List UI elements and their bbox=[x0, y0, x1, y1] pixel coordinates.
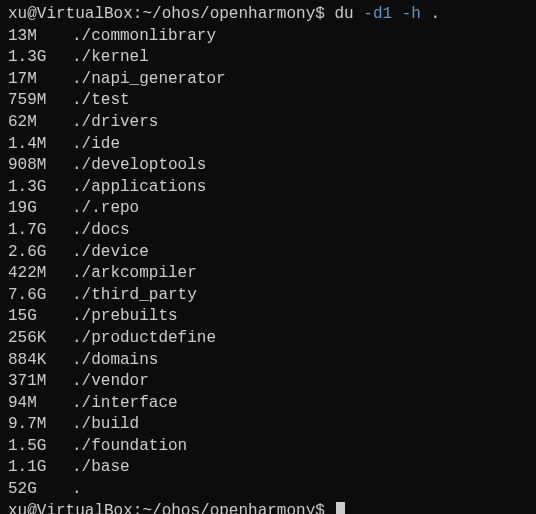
path-value: ./base bbox=[72, 458, 130, 476]
path-value: ./ide bbox=[72, 135, 120, 153]
output-line: 422M./arkcompiler bbox=[8, 263, 528, 285]
output-line: 62M./drivers bbox=[8, 112, 528, 134]
output-line: 9.7M./build bbox=[8, 414, 528, 436]
output-line: 7.6G./third_party bbox=[8, 285, 528, 307]
size-value: 7.6G bbox=[8, 285, 72, 307]
prompt-symbol: $ bbox=[315, 5, 325, 23]
size-value: 2.6G bbox=[8, 242, 72, 264]
path-value: ./vendor bbox=[72, 372, 149, 390]
output-line: 759M./test bbox=[8, 90, 528, 112]
output-line: 1.1G./base bbox=[8, 457, 528, 479]
size-value: 1.5G bbox=[8, 436, 72, 458]
size-value: 759M bbox=[8, 90, 72, 112]
path-value: ./developtools bbox=[72, 156, 206, 174]
size-value: 15G bbox=[8, 306, 72, 328]
path-value: . bbox=[72, 480, 82, 498]
command-prompt-line: xu@VirtualBox:~/ohos/openharmony$ du -d1… bbox=[8, 4, 528, 26]
path-value: ./docs bbox=[72, 221, 130, 239]
output-line: 15G./prebuilts bbox=[8, 306, 528, 328]
path-value: ./device bbox=[72, 243, 149, 261]
prompt-separator: : bbox=[133, 502, 143, 514]
size-value: 13M bbox=[8, 26, 72, 48]
size-value: 52G bbox=[8, 479, 72, 501]
path-value: ./commonlibrary bbox=[72, 27, 216, 45]
prompt-path: ~/ohos/openharmony bbox=[142, 5, 315, 23]
size-value: 1.4M bbox=[8, 134, 72, 156]
path-value: ./domains bbox=[72, 351, 158, 369]
size-value: 9.7M bbox=[8, 414, 72, 436]
size-value: 256K bbox=[8, 328, 72, 350]
output-line: 1.7G./docs bbox=[8, 220, 528, 242]
size-value: 19G bbox=[8, 198, 72, 220]
output-line: 1.4M./ide bbox=[8, 134, 528, 156]
size-value: 1.1G bbox=[8, 457, 72, 479]
path-value: ./.repo bbox=[72, 199, 139, 217]
output-line: 256K./productdefine bbox=[8, 328, 528, 350]
output-line: 371M./vendor bbox=[8, 371, 528, 393]
output-line: 17M./napi_generator bbox=[8, 69, 528, 91]
output-line: 908M./developtools bbox=[8, 155, 528, 177]
path-value: ./arkcompiler bbox=[72, 264, 197, 282]
output-line: 19G./.repo bbox=[8, 198, 528, 220]
prompt-user-host: xu@VirtualBox bbox=[8, 502, 133, 514]
size-value: 62M bbox=[8, 112, 72, 134]
output-line: 1.3G./kernel bbox=[8, 47, 528, 69]
output-line: 2.6G./device bbox=[8, 242, 528, 264]
command-prompt-line-2[interactable]: xu@VirtualBox:~/ohos/openharmony$ bbox=[8, 501, 528, 514]
output-line: 94M./interface bbox=[8, 393, 528, 415]
path-value: ./applications bbox=[72, 178, 206, 196]
size-value: 1.7G bbox=[8, 220, 72, 242]
prompt-symbol: $ bbox=[315, 502, 325, 514]
path-value: ./productdefine bbox=[72, 329, 216, 347]
command-target: . bbox=[431, 5, 441, 23]
output-line: 884K./domains bbox=[8, 350, 528, 372]
size-value: 1.3G bbox=[8, 177, 72, 199]
path-value: ./build bbox=[72, 415, 139, 433]
prompt-user-host: xu@VirtualBox bbox=[8, 5, 133, 23]
size-value: 1.3G bbox=[8, 47, 72, 69]
command-output: 13M./commonlibrary1.3G./kernel17M./napi_… bbox=[8, 26, 528, 501]
output-line: 1.3G./applications bbox=[8, 177, 528, 199]
size-value: 371M bbox=[8, 371, 72, 393]
prompt-separator: : bbox=[133, 5, 143, 23]
output-line: 1.5G./foundation bbox=[8, 436, 528, 458]
size-value: 94M bbox=[8, 393, 72, 415]
path-value: ./test bbox=[72, 91, 130, 109]
command-name: du bbox=[334, 5, 353, 23]
path-value: ./interface bbox=[72, 394, 178, 412]
command-flag-1: -d1 bbox=[363, 5, 392, 23]
size-value: 884K bbox=[8, 350, 72, 372]
path-value: ./foundation bbox=[72, 437, 187, 455]
size-value: 908M bbox=[8, 155, 72, 177]
path-value: ./drivers bbox=[72, 113, 158, 131]
prompt-path: ~/ohos/openharmony bbox=[142, 502, 315, 514]
output-line: 52G. bbox=[8, 479, 528, 501]
path-value: ./third_party bbox=[72, 286, 197, 304]
cursor-icon bbox=[336, 502, 345, 514]
size-value: 422M bbox=[8, 263, 72, 285]
command-flag-2: -h bbox=[402, 5, 421, 23]
path-value: ./prebuilts bbox=[72, 307, 178, 325]
path-value: ./napi_generator bbox=[72, 70, 226, 88]
path-value: ./kernel bbox=[72, 48, 149, 66]
output-line: 13M./commonlibrary bbox=[8, 26, 528, 48]
size-value: 17M bbox=[8, 69, 72, 91]
